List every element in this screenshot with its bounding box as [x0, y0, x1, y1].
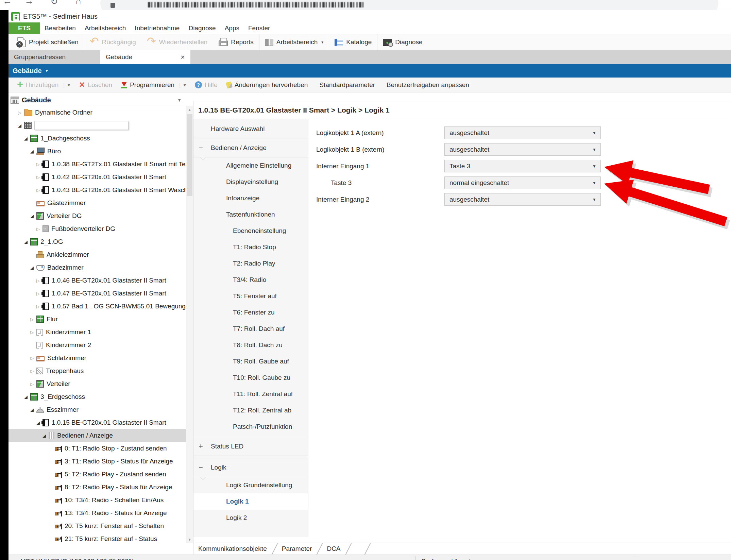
tree-expander-icon[interactable]: [24, 136, 30, 141]
menu-ets-button[interactable]: ETS: [8, 22, 40, 34]
parameter-nav-row[interactable]: Displayeinstellung: [193, 174, 308, 190]
tree-row[interactable]: Treppenhaus: [8, 364, 186, 377]
close-icon[interactable]: [181, 54, 185, 61]
parameter-nav-row[interactable]: T10: Roll. Gaube zu: [193, 370, 308, 386]
tree-row[interactable]: Badezimmer: [8, 261, 186, 274]
tree-row[interactable]: Ankleiezimmer: [8, 248, 186, 261]
parameter-nav-row[interactable]: + Status LED: [193, 437, 308, 456]
chevron-down-icon[interactable]: [177, 98, 182, 103]
scrollbar-thumb[interactable]: [187, 114, 192, 196]
menu-item[interactable]: Diagnose: [184, 22, 220, 34]
tree-expander-icon[interactable]: [30, 407, 36, 412]
tree-row[interactable]: Esszimmer: [8, 403, 186, 416]
toolbar-button[interactable]: Rückgängig: [84, 34, 141, 50]
document-tab[interactable]: [351, 543, 370, 555]
parameter-dropdown[interactable]: normal eingeschaltet: [444, 176, 601, 189]
toolbar-button[interactable]: Kataloge: [329, 34, 377, 50]
action-bar-item[interactable]: Hilfe: [190, 81, 222, 89]
expand-collapse-icon[interactable]: −: [199, 143, 211, 152]
tree-row[interactable]: Büro: [8, 145, 186, 158]
document-tab[interactable]: Kommunikationsobjekte: [193, 543, 277, 555]
action-bar-item[interactable]: Änderungen hervorheben: [222, 81, 312, 89]
parameter-nav-row[interactable]: T9: Roll. Gaube auf: [193, 353, 308, 370]
tree-row[interactable]: Schlafzimmer: [8, 352, 186, 364]
expand-collapse-icon[interactable]: −: [199, 463, 211, 472]
tree-expander-icon[interactable]: [24, 394, 30, 400]
tree-row[interactable]: Bedienen / Anzeige: [8, 429, 186, 442]
tree-expander-icon[interactable]: [42, 433, 49, 438]
tree-expander-icon[interactable]: [30, 356, 36, 361]
action-bar-item[interactable]: Löschen: [74, 81, 117, 89]
tree-row[interactable]: 3: T1: Radio Stop - Status für Anzeige: [8, 455, 186, 468]
toolbar-button[interactable]: Wiederherstellen: [141, 34, 213, 50]
tree-row[interactable]: 1.0.57 Bad 1 . OG SCN-BWM55.01 Bewegungs…: [8, 300, 186, 313]
browser-home-icon[interactable]: ⌂: [75, 0, 81, 6]
action-bar-item[interactable]: Hinzufügen: [13, 81, 74, 89]
split-dropdown-icon[interactable]: [179, 82, 186, 88]
tree-expander-icon[interactable]: [30, 317, 36, 322]
view-tab[interactable]: Gebäude: [100, 50, 190, 64]
split-dropdown-icon[interactable]: [63, 82, 70, 88]
tree-row[interactable]: Kinderzimmer 1: [8, 326, 186, 339]
action-bar-item[interactable]: Programmieren: [117, 81, 190, 89]
parameter-nav-row[interactable]: Infoanzeige: [193, 190, 308, 206]
tree-expander-icon[interactable]: [30, 214, 36, 219]
scroll-up-icon[interactable]: [186, 107, 193, 112]
parameter-nav-row[interactable]: T5: Fenster auf: [193, 288, 308, 304]
parameter-dropdown[interactable]: ausgeschaltet: [444, 143, 601, 156]
view-tab[interactable]: Gruppenadressen: [8, 50, 100, 64]
tree-expander-icon[interactable]: [30, 149, 36, 154]
document-tab[interactable]: DCA: [322, 543, 351, 555]
parameter-nav-row[interactable]: Logik 1: [193, 493, 308, 510]
parameter-nav-row[interactable]: Logik 2: [193, 510, 308, 526]
parameter-dropdown[interactable]: ausgeschaltet: [444, 193, 601, 206]
tree-expander-icon[interactable]: [30, 330, 36, 335]
tree-row[interactable]: [8, 119, 186, 132]
parameter-nav-row[interactable]: Ebeneneinstellung: [193, 223, 308, 239]
toolbar-button[interactable]: Arbeitsbereich: [259, 34, 329, 50]
tree-row[interactable]: 5: T2: Radio Play - Zustand senden: [8, 468, 186, 481]
parameter-nav-row[interactable]: T12: Roll. Zentral ab: [193, 402, 308, 419]
parameter-dropdown[interactable]: Taste 3: [444, 160, 601, 172]
tree-row[interactable]: Kinderzimmer 2: [8, 339, 186, 352]
parameter-nav-row[interactable]: Logik Grundeinstellung: [193, 477, 308, 493]
menu-item[interactable]: Apps: [220, 22, 244, 34]
parameter-nav-row[interactable]: T6: Fenster zu: [193, 304, 308, 321]
toolbar-button[interactable]: Reports: [213, 34, 259, 50]
parameter-nav-row[interactable]: T3/4: Radio: [193, 272, 308, 288]
tree-expander-icon[interactable]: [24, 239, 30, 244]
action-bar-item[interactable]: Benutzerfreigaben anpassen: [379, 81, 474, 89]
tree-row[interactable]: 10: T3/4: Radio - Schalten Ein/Aus: [8, 494, 186, 507]
tree-row[interactable]: 1.0.15 BE-GT20x.01 Glastaster II Smart: [8, 416, 186, 429]
scroll-down-icon[interactable]: [186, 537, 193, 542]
tree-scrollbar[interactable]: [186, 106, 193, 543]
tree-row[interactable]: Verteiler DG: [8, 209, 186, 222]
menu-item[interactable]: Fenster: [244, 22, 274, 34]
tree-row[interactable]: 1.0.38 BE-GT2Tx.01 Glastaster II Smart m…: [8, 158, 186, 171]
expand-collapse-icon[interactable]: +: [199, 442, 211, 451]
parameter-dropdown[interactable]: ausgeschaltet: [444, 126, 601, 139]
document-tab[interactable]: Parameter: [277, 543, 322, 555]
tree-row[interactable]: 1.0.47 BE-GT20x.01 Glastaster II Smart: [8, 287, 186, 300]
parameter-nav-row[interactable]: Patsch-/Putzfunktion: [193, 419, 308, 435]
tree-row[interactable]: Fußbodenverteiler DG: [8, 222, 186, 235]
menu-item[interactable]: Inbetriebnahme: [130, 22, 184, 34]
parameter-nav-row[interactable]: T11: Roll. Zentral auf: [193, 386, 308, 402]
parameter-nav-row[interactable]: − Bedienen / Anzeige: [193, 138, 308, 157]
tree-row[interactable]: 1_Dachgeschoss: [8, 132, 186, 145]
tree-row[interactable]: 3_Erdgeschoss: [8, 390, 186, 403]
parameter-nav-row[interactable]: Hardware Auswahl: [193, 119, 308, 138]
parameter-nav-row[interactable]: T2: Radio Play: [193, 255, 308, 272]
browser-forward-icon[interactable]: →: [24, 0, 34, 6]
parameter-nav-row[interactable]: T1: Radio Stop: [193, 239, 308, 255]
tree-expander-icon[interactable]: [18, 110, 24, 115]
tree-row[interactable]: 8: T2: Radio Play - Status für Anzeige: [8, 481, 186, 494]
tree-row[interactable]: 1.0.42 BE-GT20x.01 Glastaster II Smart: [8, 171, 186, 184]
panel-title[interactable]: Gebäude: [13, 67, 42, 75]
tree-expander-icon[interactable]: [30, 381, 36, 387]
tree-row[interactable]: Flur: [8, 313, 186, 326]
tree-row[interactable]: 21: T5 kurz: Fenster auf - Status: [8, 532, 186, 543]
toolbar-button[interactable]: Diagnose: [377, 34, 428, 50]
tree-row[interactable]: Verteiler: [8, 377, 186, 390]
parameter-nav-row[interactable]: Allgemeine Einstellung: [193, 157, 308, 174]
